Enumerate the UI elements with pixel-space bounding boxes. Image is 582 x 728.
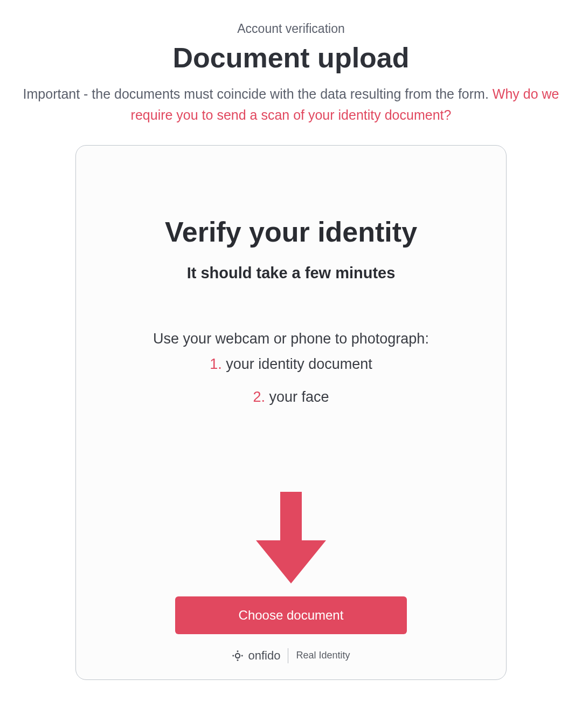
choose-document-button[interactable]: Choose document [175, 596, 407, 634]
footer-brand: onfido Real Identity [103, 648, 479, 663]
instructions-lead: Use your webcam or phone to photograph: [103, 331, 479, 347]
arrow-down-icon [103, 492, 479, 586]
step-1-text: your identity document [222, 356, 372, 372]
page-title: Document upload [11, 42, 571, 74]
step-2-text: your face [265, 389, 329, 405]
svg-point-3 [237, 650, 239, 652]
onfido-logo-icon [232, 650, 244, 662]
important-note-text: Important - the documents must coincide … [23, 86, 493, 101]
svg-point-4 [237, 659, 239, 661]
instruction-step-2: 2. your face [103, 389, 479, 406]
svg-point-1 [233, 655, 234, 656]
svg-point-0 [235, 653, 240, 657]
instruction-step-1: 1. your identity document [103, 356, 479, 373]
important-note: Important - the documents must coincide … [11, 84, 571, 126]
step-2-number: 2. [253, 389, 265, 405]
card-subtitle: It should take a few minutes [103, 264, 479, 282]
brand-tagline: Real Identity [296, 650, 350, 661]
verify-identity-card: Verify your identity It should take a fe… [75, 145, 507, 680]
card-title: Verify your identity [103, 216, 479, 248]
eyebrow-text: Account verification [11, 22, 571, 36]
brand-name: onfido [248, 649, 280, 663]
brand-divider [288, 648, 288, 663]
step-1-number: 1. [210, 356, 222, 372]
svg-point-2 [241, 655, 243, 656]
